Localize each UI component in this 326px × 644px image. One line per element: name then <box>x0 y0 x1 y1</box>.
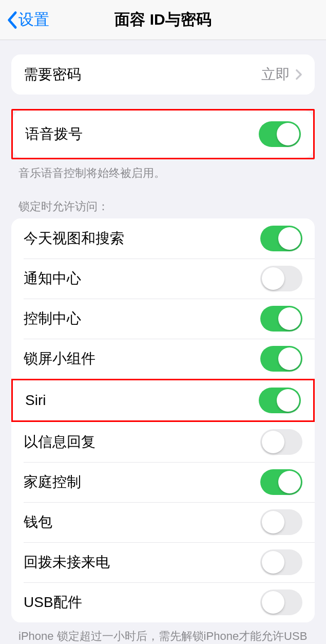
nav-bar: 设置 面容 ID与密码 <box>0 0 326 40</box>
chevron-left-icon <box>6 11 17 29</box>
lock-access-label: Siri <box>25 392 46 409</box>
lock-access-toggle[interactable] <box>260 469 302 495</box>
lock-access-row: 控制中心 <box>11 299 315 339</box>
require-passcode-row[interactable]: 需要密码 立即 <box>11 54 315 95</box>
require-passcode-label: 需要密码 <box>24 65 81 84</box>
lock-access-row: 钱包 <box>11 502 315 542</box>
lock-access-group: 今天视图和搜索通知中心控制中心锁屏小组件Siri以信息回复家庭控制钱包回拨未接来… <box>11 218 315 622</box>
require-passcode-value: 立即 <box>261 65 290 84</box>
voice-dial-row: 语音拨号 <box>13 111 313 158</box>
lock-access-toggle[interactable] <box>260 590 302 615</box>
voice-dial-highlight: 语音拨号 <box>11 109 315 159</box>
lock-access-label: 锁屏小组件 <box>24 349 95 369</box>
lock-access-footer: iPhone 锁定超过一小时后，需先解锁iPhone才能允许USB 配件连接。 <box>0 622 326 644</box>
lock-access-label: 以信息回复 <box>24 432 95 452</box>
back-label: 设置 <box>18 9 49 30</box>
lock-access-row: 锁屏小组件 <box>11 339 315 379</box>
lock-access-toggle[interactable] <box>260 509 302 535</box>
lock-access-row: Siri <box>13 380 313 420</box>
require-passcode-group: 需要密码 立即 <box>11 54 315 95</box>
lock-access-label: USB配件 <box>24 593 82 612</box>
lock-access-toggle[interactable] <box>260 266 302 291</box>
lock-access-header: 锁定时允许访问： <box>0 181 326 215</box>
lock-access-label: 今天视图和搜索 <box>24 229 124 248</box>
lock-access-label: 回拨未接来电 <box>24 553 110 572</box>
siri-highlight: Siri <box>11 379 315 422</box>
lock-access-label: 通知中心 <box>24 269 81 288</box>
voice-dial-toggle[interactable] <box>259 121 301 147</box>
lock-access-label: 钱包 <box>24 512 52 532</box>
voice-dial-label: 语音拨号 <box>25 124 83 144</box>
lock-access-row: 回拨未接来电 <box>11 542 315 582</box>
lock-access-toggle[interactable] <box>260 226 302 251</box>
lock-access-row: 今天视图和搜索 <box>11 218 315 259</box>
chevron-right-icon <box>295 68 302 81</box>
voice-dial-footer: 音乐语音控制将始终被启用。 <box>0 159 326 181</box>
lock-access-row: USB配件 <box>11 582 315 622</box>
lock-access-toggle[interactable] <box>260 549 302 575</box>
lock-access-row: 通知中心 <box>11 259 315 299</box>
lock-access-toggle[interactable] <box>260 306 302 332</box>
lock-access-toggle[interactable] <box>259 388 301 413</box>
lock-access-label: 控制中心 <box>24 309 81 328</box>
lock-access-label: 家庭控制 <box>24 472 81 492</box>
page-title: 面容 ID与密码 <box>114 9 211 30</box>
lock-access-toggle[interactable] <box>260 346 302 372</box>
lock-access-row: 家庭控制 <box>11 462 315 502</box>
lock-access-toggle[interactable] <box>260 429 302 455</box>
lock-access-row: 以信息回复 <box>11 422 315 462</box>
back-button[interactable]: 设置 <box>6 9 49 30</box>
voice-dial-group: 语音拨号 <box>13 111 313 158</box>
